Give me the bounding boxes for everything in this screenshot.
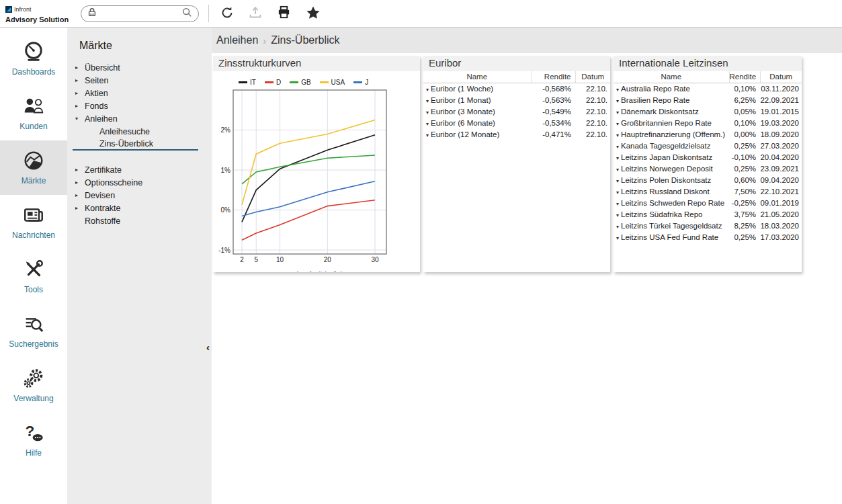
favorite-button[interactable] [305,5,321,23]
tree-item-rohstoffe[interactable]: Rohstoffe [73,214,198,227]
expand-arrow-icon[interactable]: ▸ [74,192,85,198]
sidebar-item-kunden[interactable]: Kunden [0,86,67,140]
row-menu-icon[interactable]: ▾ [616,167,619,173]
sidebar-item-hilfe[interactable]: ?Hilfe [0,413,67,467]
table-row-grossbritannien-repo-rate[interactable]: ▾Großbritannien Repo Rate0,10%19.03.2020 [614,117,802,128]
instrument-name[interactable]: Australia Repo Rate [621,85,690,93]
row-menu-icon[interactable]: ▾ [616,132,619,138]
row-menu-icon[interactable]: ▾ [616,235,619,241]
table-row-euribor-1-monat[interactable]: ▾Euribor (1 Monat)-0,563%22.10. [423,94,610,106]
expand-arrow-icon[interactable]: ▸ [74,90,85,96]
print-button[interactable] [276,5,292,22]
column-header-name[interactable]: Name [423,71,531,83]
row-menu-icon[interactable]: ▾ [426,121,429,127]
table-row-leitzins-sudafrika-repo[interactable]: ▾Leitzins Südafrika Repo3,75%21.05.2020 [614,208,802,220]
tree-item-seiten[interactable]: ▸Seiten [73,74,198,87]
table-row-euribor-3-monate[interactable]: ▾Euribor (3 Monate)-0,549%22.10. [423,106,610,117]
instrument-name[interactable]: Leitzins Polen Diskontsatz [621,176,711,184]
table-row-leitzins-polen-diskontsatz[interactable]: ▾Leitzins Polen Diskontsatz0,60%09.04.20… [614,174,802,185]
row-menu-icon[interactable]: ▾ [426,110,429,116]
table-row-leitzins-japan-diskontsatz[interactable]: ▾Leitzins Japan Diskontsatz-0,10%20.04.2… [614,151,802,163]
table-row-euribor-12-monate[interactable]: ▾Euribor (12 Monate)-0,471%22.10. [423,128,610,140]
sidebar-item-nachrichten[interactable]: Nachrichten [0,195,67,249]
tree-item-optionsscheine[interactable]: ▸Optionsscheine [73,176,198,189]
instrument-name[interactable]: Euribor (1 Woche) [431,85,493,93]
table-row-euribor-6-monate[interactable]: ▾Euribor (6 Monate)-0,534%22.10. [423,117,610,128]
instrument-name[interactable]: Euribor (3 Monate) [431,108,495,116]
collapse-sidebar-button[interactable]: ‹ [206,342,210,352]
sidebar-item-suchergebnis[interactable]: Suchergebnis [0,304,67,358]
row-menu-icon[interactable]: ▾ [616,212,619,218]
row-menu-icon[interactable]: ▾ [616,155,619,161]
row-menu-icon[interactable]: ▾ [426,98,429,104]
search-input[interactable] [100,9,178,18]
table-row-hauptrefinanzierung-offenm[interactable]: ▾Hauptrefinanzierung (Offenm.)0,00%18.09… [614,128,802,140]
sidebar-item-verwaltung[interactable]: Verwaltung [0,358,67,413]
instrument-name[interactable]: Leitzins Norwegen Deposit [621,165,713,173]
table-row-leitzins-schweden-repo-rate[interactable]: ▾Leitzins Schweden Repo Rate-0,25%09.01.… [614,197,802,208]
tree-item-zins-uberblick[interactable]: Zins-Überblick [73,138,198,151]
tree-item-anleihesuche[interactable]: Anleihesuche [73,125,198,138]
instrument-name[interactable]: Dänemark Diskontsatz [621,108,699,116]
table-row-kanada-tagesgeldzielsatz[interactable]: ▾Kanada Tagesgeldzielsatz0,25%27.03.2020 [614,140,802,151]
upload-button[interactable] [248,5,263,22]
sidebar-item-dashboards[interactable]: Dashboards [0,32,67,86]
instrument-name[interactable]: Leitzins USA Fed Fund Rate [621,233,718,241]
refresh-button[interactable] [220,5,235,22]
column-header-rendite[interactable]: Rendite [531,71,575,83]
tree-item-kontrakte[interactable]: ▸Kontrakte [73,202,198,214]
expand-arrow-icon[interactable]: ▸ [74,77,85,83]
tree-item-zertifikate[interactable]: ▸Zertifikate [73,163,198,176]
table-row-danemark-diskontsatz[interactable]: ▾Dänemark Diskontsatz0,05%19.01.2015 [614,106,802,117]
expand-arrow-icon[interactable]: ▸ [74,179,85,185]
instrument-name[interactable]: Großbritannien Repo Rate [621,119,712,127]
tree-item-fonds[interactable]: ▸Fonds [73,99,198,112]
instrument-name[interactable]: Hauptrefinanzierung (Offenm.) [621,130,725,138]
sidebar-item-markte[interactable]: Märkte [0,140,67,195]
table-row-australia-repo-rate[interactable]: ▾Australia Repo Rate0,10%03.11.2020 [614,83,802,94]
table-row-leitzins-usa-fed-fund-rate[interactable]: ▾Leitzins USA Fed Fund Rate0,25%17.03.20… [614,231,802,243]
row-menu-icon[interactable]: ▾ [616,121,619,127]
collapse-arrow-icon[interactable]: ▾ [74,116,85,122]
instrument-name[interactable]: Leitzins Türkei Tagesgeldsatz [621,222,722,230]
row-menu-icon[interactable]: ▾ [616,110,619,116]
row-menu-icon[interactable]: ▾ [616,201,619,207]
tree-item-ubersicht[interactable]: ▸Übersicht [73,61,198,74]
search-icon[interactable] [181,7,192,20]
instrument-name[interactable]: Euribor (12 Monate) [431,130,499,138]
expand-arrow-icon[interactable]: ▸ [74,167,85,173]
instrument-name[interactable]: Kanada Tagesgeldzielsatz [621,142,710,150]
table-row-leitzins-norwegen-deposit[interactable]: ▾Leitzins Norwegen Deposit0,25%23.09.202… [614,163,802,174]
column-header-rendite[interactable]: Rendite [729,71,760,83]
row-menu-icon[interactable]: ▾ [426,87,429,93]
row-menu-icon[interactable]: ▾ [616,178,619,184]
column-header-name[interactable]: Name [614,71,729,83]
sidebar-item-tools[interactable]: Tools [0,249,67,304]
row-menu-icon[interactable]: ▾ [616,98,619,104]
expand-arrow-icon[interactable]: ▸ [74,205,85,211]
table-row-leitzins-russland-diskont[interactable]: ▾Leitzins Russland Diskont7,50%22.10.202… [614,185,802,197]
row-menu-icon[interactable]: ▾ [616,87,619,93]
instrument-name[interactable]: Leitzins Südafrika Repo [621,210,702,218]
instrument-name[interactable]: Euribor (6 Monate) [431,119,495,127]
expand-arrow-icon[interactable]: ▸ [74,65,85,71]
table-row-brasilien-repo-rate[interactable]: ▾Brasilien Repo Rate6,25%22.09.2021 [614,94,802,106]
table-row-euribor-1-woche[interactable]: ▾Euribor (1 Woche)-0,568%22.10. [423,83,610,94]
breadcrumb-parent[interactable]: Anleihen [216,34,258,46]
tree-item-anleihen[interactable]: ▾Anleihen [73,112,198,125]
instrument-name[interactable]: Leitzins Russland Diskont [621,187,710,196]
column-header-datum[interactable]: Datum [760,71,802,83]
tree-item-aktien[interactable]: ▸Aktien [73,87,198,99]
row-menu-icon[interactable]: ▾ [616,144,619,150]
expand-arrow-icon[interactable]: ▸ [74,103,85,109]
row-menu-icon[interactable]: ▾ [426,132,429,138]
instrument-name[interactable]: Leitzins Schweden Repo Rate [621,199,724,207]
table-row-leitzins-turkei-tagesgeldsatz[interactable]: ▾Leitzins Türkei Tagesgeldsatz8,25%18.03… [614,220,802,231]
search-box[interactable] [81,5,199,22]
instrument-name[interactable]: Euribor (1 Monat) [431,96,491,104]
row-menu-icon[interactable]: ▾ [616,190,619,196]
instrument-name[interactable]: Brasilien Repo Rate [621,96,689,104]
tree-item-devisen[interactable]: ▸Devisen [73,189,198,202]
row-menu-icon[interactable]: ▾ [616,224,619,230]
column-header-datum[interactable]: Datum [575,71,610,83]
